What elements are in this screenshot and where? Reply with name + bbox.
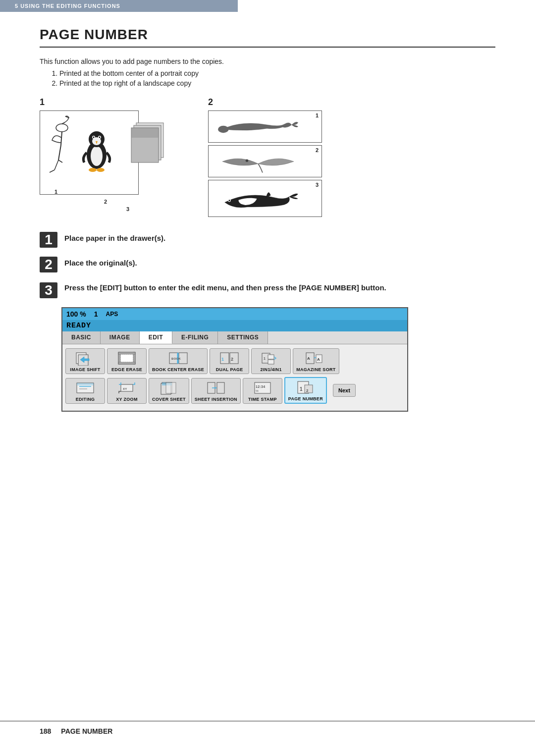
sheet-insertion-button[interactable]: SHEET INSERTION <box>191 378 241 404</box>
svg-text:1: 1 <box>221 357 224 362</box>
xy-zoom-icon: XY <box>117 380 137 395</box>
image-shift-button[interactable]: IMAGE SHIFT <box>65 348 105 374</box>
page-title: PAGE NUMBER <box>40 27 495 48</box>
svg-text:BOOK: BOOK <box>171 357 181 360</box>
intro-list-item-1: Printed at the bottom center of a portra… <box>59 69 495 77</box>
svg-line-3 <box>54 160 58 170</box>
page-number-button[interactable]: 1 2 PAGE NUMBER <box>284 377 327 404</box>
book-center-erase-button[interactable]: BOOK BOOK CENTER ERASE <box>149 348 208 374</box>
svg-point-23 <box>246 160 248 162</box>
page-number-label: PAGE NUMBER <box>288 396 323 401</box>
magazine-sort-button[interactable]: A A MAGAZINE SORT <box>293 348 339 374</box>
intro-list: Printed at the bottom center of a portra… <box>59 69 495 87</box>
landscape-page-num-1: 1 <box>316 112 319 118</box>
diagram-1-number: 1 <box>40 97 45 108</box>
portrait-diagram: 1 2 3 <box>40 110 178 210</box>
edge-erase-icon <box>117 351 137 366</box>
step-2-number: 2 <box>40 257 57 272</box>
top-banner-text: 5 USING THE EDITING FUNCTIONS <box>15 3 120 9</box>
diagram-2-number: 2 <box>208 97 213 108</box>
ui-tabs[interactable]: BASIC IMAGE EDIT E-FILING SETTINGS <box>62 331 407 344</box>
diagrams-section: 1 <box>40 97 495 217</box>
cover-sheet-button[interactable]: COVER SHEET <box>149 378 189 404</box>
tab-basic[interactable]: BASIC <box>62 331 101 344</box>
ui-icon-row-1: IMAGE SHIFT EDGE ERASE <box>65 348 404 374</box>
svg-point-0 <box>56 124 68 132</box>
svg-rect-53 <box>77 383 94 385</box>
svg-text:A: A <box>307 356 310 361</box>
svg-line-5 <box>58 160 62 162</box>
image-shift-icon <box>75 351 95 366</box>
svg-point-25 <box>229 200 230 201</box>
step-2: 2 Place the original(s). <box>40 257 495 272</box>
dual-page-label: DUAL PAGE <box>216 367 243 372</box>
footer-page-num: 188 <box>40 727 51 735</box>
svg-text:2: 2 <box>306 388 309 393</box>
svg-point-12 <box>93 137 95 138</box>
svg-point-14 <box>99 137 101 138</box>
tab-settings[interactable]: SETTINGS <box>218 331 268 344</box>
status-bar: 100 % 1 APS <box>62 308 407 320</box>
svg-text:1: 1 <box>264 357 266 360</box>
portrait-page-num-2: 2 <box>104 199 107 205</box>
step-3-number: 3 <box>40 282 57 298</box>
diagram-portrait: 1 <box>40 97 178 210</box>
svg-point-8 <box>91 146 103 166</box>
intro-description: This function allows you to add page num… <box>40 57 495 65</box>
dual-page-button[interactable]: 1 2 DUAL PAGE <box>210 348 249 374</box>
xy-zoom-button[interactable]: XY XY ZOOM <box>107 378 147 404</box>
landscape-page-num-3: 3 <box>316 182 319 188</box>
svg-text:2: 2 <box>231 357 233 362</box>
time-stamp-icon: 12:34 56 <box>253 380 272 395</box>
sheet-insertion-icon <box>206 380 226 395</box>
svg-point-22 <box>218 126 229 133</box>
step-1: 1 Place paper in the drawer(s). <box>40 232 495 248</box>
step-3: 3 Press the [EDIT] button to enter the e… <box>40 281 495 298</box>
svg-point-16 <box>89 168 97 172</box>
step-1-number: 1 <box>40 232 57 248</box>
tab-edit[interactable]: EDIT <box>140 331 172 344</box>
ready-text: READY <box>66 322 91 330</box>
svg-rect-33 <box>118 362 135 364</box>
ui-panel: 100 % 1 APS READY BASIC IMAGE EDIT E-FIL… <box>61 307 408 412</box>
top-banner: 5 USING THE EDITING FUNCTIONS <box>0 0 238 12</box>
svg-text:12:34: 12:34 <box>256 385 265 388</box>
svg-line-1 <box>61 132 62 145</box>
ui-icon-grid: IMAGE SHIFT EDGE ERASE <box>62 344 407 411</box>
ready-row: READY <box>62 320 407 331</box>
portrait-page-num-3: 3 <box>126 206 129 212</box>
footer-label: PAGE NUMBER <box>61 727 112 735</box>
svg-point-17 <box>97 168 105 172</box>
page-number-icon: 1 2 <box>296 380 316 395</box>
landscape-page-num-2: 2 <box>316 147 319 153</box>
cover-sheet-icon <box>159 380 179 395</box>
penguin-illustration <box>79 125 114 175</box>
step-2-text: Place the original(s). <box>64 257 137 268</box>
next-button[interactable]: Next <box>333 384 356 397</box>
magazine-sort-label: MAGAZINE SORT <box>296 367 335 372</box>
tab-efiling[interactable]: E-FILING <box>172 331 218 344</box>
time-stamp-label: TIME STAMP <box>248 397 277 402</box>
svg-text:1: 1 <box>300 386 303 392</box>
intro-list-item-2: Printed at the top right of a landscape … <box>59 79 495 87</box>
svg-text:56: 56 <box>256 389 259 392</box>
tab-image[interactable]: IMAGE <box>101 331 140 344</box>
2in1-icon: 1 <box>261 351 281 366</box>
svg-line-4 <box>50 170 54 172</box>
editing-label: EDITING <box>76 397 95 402</box>
cover-sheet-label: COVER SHEET <box>152 397 186 402</box>
time-stamp-button[interactable]: 12:34 56 TIME STAMP <box>243 378 282 404</box>
book-center-label: BOOK CENTER ERASE <box>152 367 204 372</box>
diagram-landscape: 2 1 2 <box>208 97 337 217</box>
ui-icon-row-2: EDITING XY XY ZOOM <box>65 377 404 404</box>
book-center-icon: BOOK <box>168 351 188 366</box>
2in1-4in1-button[interactable]: 1 2IN1/4IN1 <box>251 348 291 374</box>
svg-rect-21 <box>131 128 159 138</box>
portrait-page-num-1: 1 <box>54 189 57 195</box>
svg-rect-61 <box>217 382 224 393</box>
status-num: 1 <box>94 310 98 318</box>
svg-text:A: A <box>317 357 320 362</box>
editing-button[interactable]: EDITING <box>65 378 105 404</box>
page-footer: 188 PAGE NUMBER <box>0 721 535 741</box>
edge-erase-button[interactable]: EDGE ERASE <box>107 348 147 374</box>
